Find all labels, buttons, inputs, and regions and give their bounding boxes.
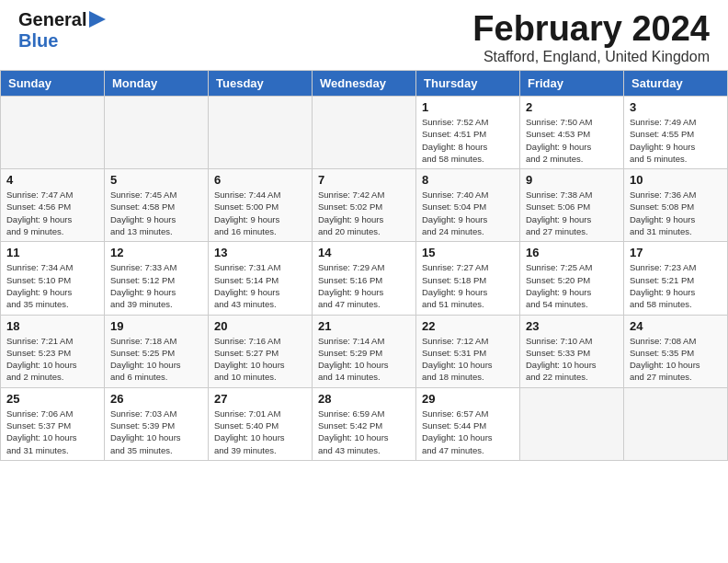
svg-marker-0 — [89, 11, 106, 28]
day-info: Sunrise: 7:01 AM Sunset: 5:40 PM Dayligh… — [214, 408, 306, 456]
calendar-cell: 28Sunrise: 6:59 AM Sunset: 5:42 PM Dayli… — [313, 387, 416, 460]
calendar-cell — [313, 97, 416, 169]
day-info: Sunrise: 7:36 AM Sunset: 5:08 PM Dayligh… — [630, 189, 722, 237]
calendar-cell — [1, 97, 105, 169]
calendar-cell: 13Sunrise: 7:31 AM Sunset: 5:14 PM Dayli… — [209, 242, 313, 315]
day-number: 21 — [318, 319, 410, 333]
month-title: February 2024 — [472, 9, 710, 49]
day-info: Sunrise: 7:47 AM Sunset: 4:56 PM Dayligh… — [6, 189, 98, 237]
week-row-2: 4Sunrise: 7:47 AM Sunset: 4:56 PM Daylig… — [1, 169, 728, 242]
calendar-table: SundayMondayTuesdayWednesdayThursdayFrid… — [0, 70, 728, 461]
calendar-cell: 15Sunrise: 7:27 AM Sunset: 5:18 PM Dayli… — [416, 242, 520, 315]
day-number: 10 — [630, 173, 722, 187]
day-info: Sunrise: 7:38 AM Sunset: 5:06 PM Dayligh… — [526, 189, 618, 237]
day-info: Sunrise: 7:27 AM Sunset: 5:18 PM Dayligh… — [422, 261, 514, 310]
calendar-cell: 29Sunrise: 6:57 AM Sunset: 5:44 PM Dayli… — [416, 387, 520, 460]
day-info: Sunrise: 7:06 AM Sunset: 5:37 PM Dayligh… — [6, 408, 98, 456]
day-number: 29 — [422, 392, 514, 406]
calendar-cell: 27Sunrise: 7:01 AM Sunset: 5:40 PM Dayli… — [209, 387, 313, 460]
weekday-header-friday: Friday — [520, 71, 624, 97]
title-section: February 2024 Stafford, England, United … — [472, 9, 710, 65]
logo-arrow-icon — [89, 9, 108, 29]
calendar-cell: 1Sunrise: 7:52 AM Sunset: 4:51 PM Daylig… — [416, 97, 520, 169]
day-info: Sunrise: 7:33 AM Sunset: 5:12 PM Dayligh… — [110, 261, 202, 310]
weekday-header-sunday: Sunday — [1, 71, 105, 97]
calendar-cell — [209, 97, 313, 169]
calendar-cell: 18Sunrise: 7:21 AM Sunset: 5:23 PM Dayli… — [1, 315, 105, 387]
day-number: 24 — [630, 319, 722, 333]
calendar-cell: 3Sunrise: 7:49 AM Sunset: 4:55 PM Daylig… — [624, 97, 728, 169]
weekday-header-thursday: Thursday — [416, 71, 520, 97]
day-number: 1 — [422, 100, 514, 114]
day-number: 3 — [630, 100, 722, 114]
day-info: Sunrise: 7:08 AM Sunset: 5:35 PM Dayligh… — [630, 335, 722, 384]
day-number: 9 — [526, 173, 618, 187]
day-number: 22 — [422, 319, 514, 333]
day-info: Sunrise: 7:10 AM Sunset: 5:33 PM Dayligh… — [526, 335, 618, 384]
calendar-cell: 23Sunrise: 7:10 AM Sunset: 5:33 PM Dayli… — [520, 315, 624, 387]
calendar-cell: 25Sunrise: 7:06 AM Sunset: 5:37 PM Dayli… — [1, 387, 105, 460]
day-number: 13 — [214, 246, 306, 259]
day-info: Sunrise: 7:50 AM Sunset: 4:53 PM Dayligh… — [526, 116, 618, 165]
weekday-header-monday: Monday — [105, 71, 209, 97]
day-info: Sunrise: 7:29 AM Sunset: 5:16 PM Dayligh… — [318, 261, 410, 310]
calendar-cell: 10Sunrise: 7:36 AM Sunset: 5:08 PM Dayli… — [624, 169, 728, 242]
week-row-1: 1Sunrise: 7:52 AM Sunset: 4:51 PM Daylig… — [1, 97, 728, 169]
day-info: Sunrise: 7:12 AM Sunset: 5:31 PM Dayligh… — [422, 335, 514, 384]
day-info: Sunrise: 7:23 AM Sunset: 5:21 PM Dayligh… — [630, 261, 722, 310]
day-info: Sunrise: 7:52 AM Sunset: 4:51 PM Dayligh… — [422, 116, 514, 165]
calendar-cell: 14Sunrise: 7:29 AM Sunset: 5:16 PM Dayli… — [313, 242, 416, 315]
day-number: 16 — [526, 246, 618, 259]
week-row-4: 18Sunrise: 7:21 AM Sunset: 5:23 PM Dayli… — [1, 315, 728, 387]
weekday-header-saturday: Saturday — [624, 71, 728, 97]
calendar-cell — [520, 387, 624, 460]
calendar-cell: 12Sunrise: 7:33 AM Sunset: 5:12 PM Dayli… — [105, 242, 209, 315]
day-info: Sunrise: 7:40 AM Sunset: 5:04 PM Dayligh… — [422, 189, 514, 237]
day-number: 28 — [318, 392, 410, 406]
day-info: Sunrise: 7:14 AM Sunset: 5:29 PM Dayligh… — [318, 335, 410, 384]
day-number: 17 — [630, 246, 722, 259]
day-number: 2 — [526, 100, 618, 114]
weekday-header-wednesday: Wednesday — [313, 71, 416, 97]
calendar-cell: 19Sunrise: 7:18 AM Sunset: 5:25 PM Dayli… — [105, 315, 209, 387]
calendar-cell: 17Sunrise: 7:23 AM Sunset: 5:21 PM Dayli… — [624, 242, 728, 315]
day-info: Sunrise: 7:45 AM Sunset: 4:58 PM Dayligh… — [110, 189, 202, 237]
calendar-cell: 24Sunrise: 7:08 AM Sunset: 5:35 PM Dayli… — [624, 315, 728, 387]
calendar-cell — [624, 387, 728, 460]
logo: General Blue — [18, 9, 108, 52]
logo-blue-text: Blue — [18, 30, 58, 52]
day-number: 5 — [110, 173, 202, 187]
calendar-cell: 26Sunrise: 7:03 AM Sunset: 5:39 PM Dayli… — [105, 387, 209, 460]
calendar-cell: 16Sunrise: 7:25 AM Sunset: 5:20 PM Dayli… — [520, 242, 624, 315]
calendar-cell: 2Sunrise: 7:50 AM Sunset: 4:53 PM Daylig… — [520, 97, 624, 169]
day-number: 4 — [6, 173, 98, 187]
week-row-3: 11Sunrise: 7:34 AM Sunset: 5:10 PM Dayli… — [1, 242, 728, 315]
day-number: 23 — [526, 319, 618, 333]
calendar-cell: 22Sunrise: 7:12 AM Sunset: 5:31 PM Dayli… — [416, 315, 520, 387]
day-number: 6 — [214, 173, 306, 187]
day-info: Sunrise: 7:18 AM Sunset: 5:25 PM Dayligh… — [110, 335, 202, 384]
day-number: 15 — [422, 246, 514, 259]
logo-general-text: General — [18, 9, 86, 30]
calendar-cell: 4Sunrise: 7:47 AM Sunset: 4:56 PM Daylig… — [1, 169, 105, 242]
day-number: 8 — [422, 173, 514, 187]
day-info: Sunrise: 7:31 AM Sunset: 5:14 PM Dayligh… — [214, 261, 306, 310]
calendar-cell: 8Sunrise: 7:40 AM Sunset: 5:04 PM Daylig… — [416, 169, 520, 242]
calendar-cell: 11Sunrise: 7:34 AM Sunset: 5:10 PM Dayli… — [1, 242, 105, 315]
day-info: Sunrise: 6:57 AM Sunset: 5:44 PM Dayligh… — [422, 408, 514, 456]
day-number: 11 — [6, 246, 98, 259]
calendar-cell: 20Sunrise: 7:16 AM Sunset: 5:27 PM Dayli… — [209, 315, 313, 387]
day-number: 18 — [6, 319, 98, 333]
day-number: 7 — [318, 173, 410, 187]
day-info: Sunrise: 6:59 AM Sunset: 5:42 PM Dayligh… — [318, 408, 410, 456]
calendar-cell — [105, 97, 209, 169]
weekday-header-tuesday: Tuesday — [209, 71, 313, 97]
location-text: Stafford, England, United Kingdom — [472, 49, 710, 65]
page-header: General Blue February 2024 Stafford, Eng… — [0, 0, 728, 70]
day-info: Sunrise: 7:03 AM Sunset: 5:39 PM Dayligh… — [110, 408, 202, 456]
day-number: 19 — [110, 319, 202, 333]
day-number: 14 — [318, 246, 410, 259]
day-info: Sunrise: 7:49 AM Sunset: 4:55 PM Dayligh… — [630, 116, 722, 165]
day-number: 27 — [214, 392, 306, 406]
day-number: 20 — [214, 319, 306, 333]
